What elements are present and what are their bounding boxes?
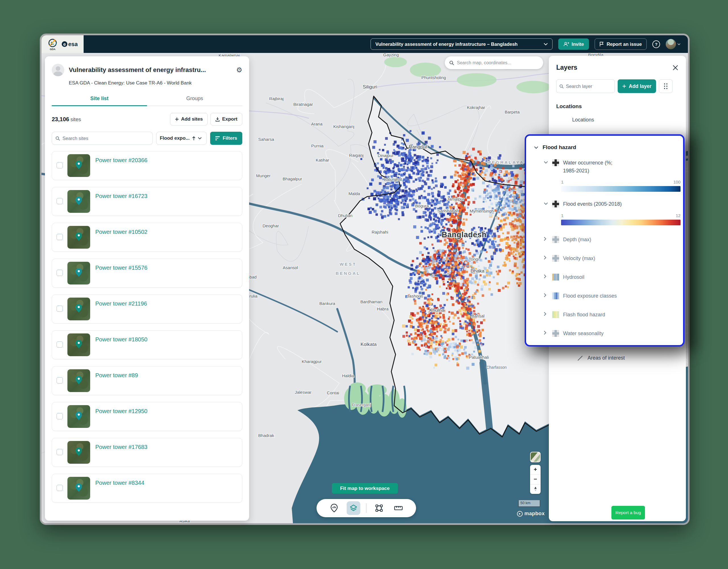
map-label: Bogura [415, 203, 429, 208]
fit-map-to-workspace-button[interactable]: Fit map to workspace [332, 483, 398, 494]
tab-site-list[interactable]: Site list [52, 96, 147, 105]
site-card[interactable]: Power tower #12950 [52, 402, 242, 431]
close-icon[interactable] [672, 65, 679, 71]
site-checkbox[interactable] [57, 162, 63, 168]
invite-label: Invite [572, 42, 584, 47]
site-card[interactable]: Power tower #8344 [52, 474, 242, 503]
site-name-link[interactable]: Power tower #20366 [95, 157, 147, 163]
chevron-right-icon[interactable] [544, 293, 547, 297]
map-label: Barpeta [505, 109, 520, 114]
site-checkbox[interactable] [57, 342, 63, 348]
reorder-layers-button[interactable] [659, 79, 673, 93]
map-search-input[interactable] [457, 60, 539, 65]
help-button[interactable]: ? [652, 40, 660, 48]
site-name-link[interactable]: Power tower #21196 [95, 301, 147, 307]
layer-row-6[interactable]: Flash flood hazard [544, 311, 683, 319]
site-name-link[interactable]: Power tower #18050 [95, 336, 147, 343]
map-label: Malda [349, 191, 361, 196]
sort-dropdown[interactable]: Flood expo... [156, 132, 207, 145]
site-card[interactable]: Power tower #15576 [52, 258, 242, 288]
site-pin-icon [75, 483, 82, 492]
filters-button[interactable]: Filters [210, 132, 242, 145]
export-button[interactable]: Export [210, 113, 242, 125]
layer-search-box[interactable] [556, 79, 615, 93]
chevron-right-icon[interactable] [544, 255, 547, 260]
map-search-box[interactable] [445, 56, 543, 69]
site-name-link[interactable]: Power tower #89 [95, 372, 138, 379]
layer-row-4[interactable]: Hydrosoil [544, 273, 683, 281]
site-card[interactable]: Power tower #89 [52, 366, 242, 395]
chevron-down-icon[interactable] [544, 161, 548, 164]
site-card[interactable]: Power tower #21196 [52, 295, 242, 324]
layer-row-0[interactable]: Water occurrence (%;1985-2021) [544, 159, 683, 175]
site-checkbox[interactable] [57, 234, 63, 240]
sites-search-input[interactable] [63, 136, 149, 141]
site-checkbox[interactable] [57, 449, 63, 455]
add-sites-button[interactable]: Add sites [170, 113, 208, 125]
site-name-link[interactable]: Power tower #12950 [95, 408, 147, 415]
site-checkbox[interactable] [57, 485, 63, 491]
report-a-bug-button[interactable]: Report a bug [611, 506, 645, 520]
gda-logo-icon: GDA [47, 37, 59, 51]
measure-tool-button[interactable] [392, 501, 405, 515]
sites-search-box[interactable] [52, 132, 153, 145]
site-analytics-tool-button[interactable] [327, 501, 341, 515]
layers-tool-button[interactable] [347, 501, 360, 515]
basemap-switcher[interactable] [530, 452, 541, 462]
report-issue-button[interactable]: Report an issue [595, 38, 647, 50]
map-label: Saharsa [258, 137, 274, 142]
layer-search-input[interactable] [566, 84, 612, 89]
chevron-down-icon[interactable] [544, 202, 548, 205]
map-label: Charfasson [486, 365, 507, 370]
site-name-link[interactable]: Power tower #17683 [95, 444, 147, 450]
add-layer-button[interactable]: Add layer [618, 79, 656, 93]
layer-row-2[interactable]: Depth (max) [544, 236, 683, 244]
site-checkbox[interactable] [57, 198, 63, 204]
chevron-right-icon[interactable] [544, 331, 547, 335]
site-card[interactable]: Power tower #10502 [52, 223, 242, 252]
site-checkbox[interactable] [57, 377, 63, 384]
site-card[interactable]: Power tower #17683 [52, 438, 242, 467]
map-label: WEST [340, 262, 356, 266]
site-card[interactable]: Power tower #18050 [52, 330, 242, 359]
site-name-link[interactable]: Power tower #16723 [95, 193, 147, 199]
map-label: Sarishabari [437, 208, 459, 213]
tab-groups[interactable]: Groups [147, 96, 242, 105]
brand-logos: GDA e esa [42, 35, 84, 53]
map-label: Asansol [283, 265, 298, 270]
compass-button[interactable] [530, 484, 541, 494]
site-name-link[interactable]: Power tower #10502 [95, 229, 147, 235]
layer-label: Flood exposure classes [563, 292, 617, 300]
areas-of-interest-row[interactable]: Areas of interest [577, 355, 625, 361]
map-label: Purnia [311, 143, 324, 148]
project-selector-dropdown[interactable]: Vulnerability assessment of energy infra… [371, 38, 553, 50]
user-menu[interactable] [666, 39, 681, 49]
site-card[interactable]: Power tower #20366 [52, 151, 242, 180]
site-checkbox[interactable] [57, 306, 63, 312]
layer-row-3[interactable]: Velocity (max) [544, 254, 683, 263]
chevron-right-icon[interactable] [544, 237, 547, 241]
locations-layer-item[interactable]: Locations [572, 117, 679, 123]
chevron-right-icon[interactable] [544, 312, 547, 316]
invite-button[interactable]: Invite [558, 38, 589, 50]
layer-row-7[interactable]: Water seasonality [544, 330, 683, 338]
site-pin-icon [75, 196, 82, 205]
layer-row-1[interactable]: Flood events (2005-2018) [544, 200, 683, 208]
site-name-link[interactable]: Power tower #8344 [95, 480, 144, 486]
map-label: Munger [256, 173, 271, 178]
chevron-right-icon[interactable] [544, 274, 547, 278]
site-checkbox[interactable] [57, 413, 63, 419]
chevron-down-icon[interactable] [534, 146, 538, 149]
site-name-link[interactable]: Power tower #15576 [95, 264, 147, 271]
draw-polygon-tool-button[interactable] [372, 501, 386, 515]
site-pin-icon [75, 340, 82, 349]
site-pin-icon [75, 411, 82, 421]
site-checkbox[interactable] [57, 270, 63, 276]
workspace-settings-gear-icon[interactable]: ⚙ [236, 64, 242, 76]
layer-row-5[interactable]: Flood exposure classes [544, 292, 683, 301]
zoom-in-button[interactable]: + [530, 465, 541, 474]
zoom-out-button[interactable]: − [530, 474, 541, 484]
site-card[interactable]: Power tower #16723 [52, 187, 242, 216]
sort-ascending-icon [192, 136, 196, 140]
flood-hazard-group-row[interactable]: Flood hazard [534, 144, 683, 150]
